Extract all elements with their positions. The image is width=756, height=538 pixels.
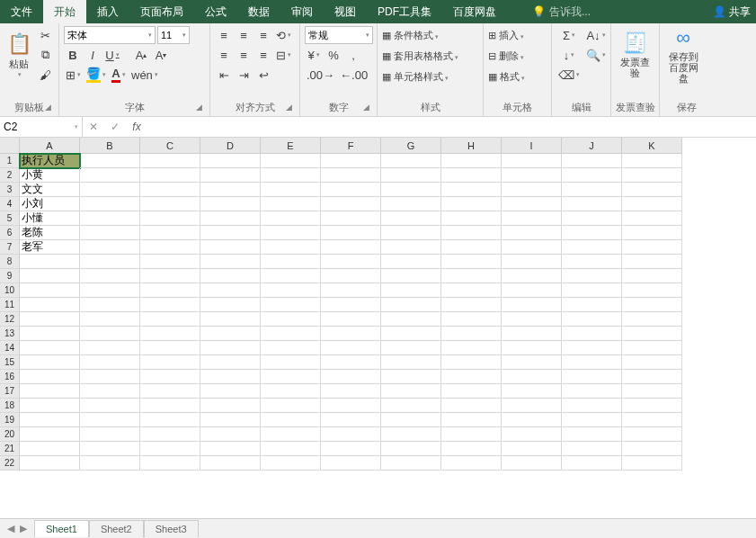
- cell[interactable]: [80, 255, 140, 269]
- cell[interactable]: [381, 269, 441, 283]
- row-header[interactable]: 6: [0, 226, 20, 240]
- cell[interactable]: [261, 298, 321, 312]
- wrap-text-button[interactable]: ↩: [254, 66, 272, 84]
- cell[interactable]: [502, 384, 562, 399]
- cell[interactable]: [20, 269, 80, 283]
- cell[interactable]: [381, 384, 441, 399]
- row-header[interactable]: 2: [0, 168, 20, 183]
- cell[interactable]: [622, 355, 682, 370]
- align-right-button[interactable]: ≡: [254, 46, 272, 64]
- cell[interactable]: [80, 442, 140, 456]
- cell[interactable]: [200, 211, 261, 226]
- cancel-formula-button[interactable]: ✕: [83, 117, 104, 138]
- cell[interactable]: [502, 183, 562, 197]
- cell[interactable]: [140, 283, 200, 298]
- cell[interactable]: [140, 197, 200, 211]
- cell[interactable]: [562, 226, 622, 240]
- cell[interactable]: [441, 399, 502, 413]
- indent-inc-button[interactable]: ⇥: [235, 66, 253, 84]
- cell[interactable]: [321, 255, 381, 269]
- cell[interactable]: [20, 312, 80, 327]
- tab-data[interactable]: 数据: [237, 0, 280, 23]
- row-header[interactable]: 22: [0, 456, 20, 471]
- row-header[interactable]: 9: [0, 269, 20, 283]
- column-header[interactable]: D: [200, 138, 261, 154]
- format-painter-button[interactable]: 🖌: [36, 66, 54, 84]
- cell[interactable]: [562, 456, 622, 471]
- select-all-corner[interactable]: [0, 138, 20, 154]
- cell[interactable]: [562, 154, 622, 168]
- cell[interactable]: 老陈: [20, 226, 80, 240]
- cell[interactable]: [200, 154, 261, 168]
- cell[interactable]: [20, 427, 80, 442]
- font-name-select[interactable]: 宋体: [64, 26, 156, 44]
- invoice-check-button[interactable]: 🧾 发票查验: [616, 26, 654, 84]
- cell[interactable]: [502, 298, 562, 312]
- cell[interactable]: [321, 183, 381, 197]
- cell[interactable]: [321, 370, 381, 384]
- cell[interactable]: [441, 255, 502, 269]
- cell[interactable]: [321, 442, 381, 456]
- cell[interactable]: [441, 183, 502, 197]
- cell[interactable]: [200, 427, 261, 442]
- cell[interactable]: [261, 442, 321, 456]
- bold-button[interactable]: B: [64, 46, 82, 64]
- cell[interactable]: [140, 154, 200, 168]
- paste-button[interactable]: 📋 粘贴: [4, 26, 33, 84]
- column-header[interactable]: F: [321, 138, 381, 154]
- cell[interactable]: [321, 427, 381, 442]
- cell[interactable]: [261, 240, 321, 255]
- cell[interactable]: [441, 312, 502, 327]
- font-launcher[interactable]: ◢: [196, 103, 207, 113]
- cell[interactable]: [502, 456, 562, 471]
- cell[interactable]: [562, 370, 622, 384]
- cell[interactable]: [80, 384, 140, 399]
- delete-cells-button[interactable]: ⊟删除: [488, 47, 525, 66]
- cell[interactable]: [261, 312, 321, 327]
- column-header[interactable]: E: [261, 138, 321, 154]
- cell[interactable]: [321, 456, 381, 471]
- row-header[interactable]: 21: [0, 442, 20, 456]
- cell[interactable]: [381, 154, 441, 168]
- cell[interactable]: [502, 283, 562, 298]
- cell[interactable]: [140, 240, 200, 255]
- font-color-button[interactable]: A: [110, 66, 128, 84]
- cell[interactable]: [622, 197, 682, 211]
- cell[interactable]: [381, 298, 441, 312]
- cell[interactable]: [622, 341, 682, 355]
- cell[interactable]: [622, 427, 682, 442]
- cell[interactable]: [80, 427, 140, 442]
- cell[interactable]: [381, 456, 441, 471]
- save-baidu-button[interactable]: ∞ 保存到百度网盘: [664, 26, 702, 84]
- sheet-nav-next[interactable]: ▶: [20, 523, 27, 534]
- cell[interactable]: [321, 327, 381, 341]
- tab-pdf[interactable]: PDF工具集: [367, 0, 442, 23]
- row-header[interactable]: 18: [0, 399, 20, 413]
- cell[interactable]: [381, 442, 441, 456]
- cell[interactable]: [441, 168, 502, 183]
- cell[interactable]: [200, 370, 261, 384]
- cell[interactable]: [441, 442, 502, 456]
- row-header[interactable]: 1: [0, 154, 20, 168]
- cell[interactable]: [441, 226, 502, 240]
- cell[interactable]: [200, 298, 261, 312]
- merge-button[interactable]: ⊟: [274, 46, 293, 64]
- cell[interactable]: [381, 312, 441, 327]
- cell[interactable]: [622, 226, 682, 240]
- tab-review[interactable]: 审阅: [280, 0, 324, 23]
- cell[interactable]: [562, 255, 622, 269]
- column-header[interactable]: G: [381, 138, 441, 154]
- cell[interactable]: [562, 413, 622, 427]
- cell[interactable]: [20, 370, 80, 384]
- cell[interactable]: [562, 183, 622, 197]
- cell[interactable]: [441, 341, 502, 355]
- cell[interactable]: 执行人员: [20, 154, 80, 168]
- cell[interactable]: [502, 355, 562, 370]
- cell[interactable]: [562, 211, 622, 226]
- align-middle-button[interactable]: ≡: [235, 26, 253, 44]
- cell[interactable]: [20, 255, 80, 269]
- cell[interactable]: [20, 298, 80, 312]
- tab-file[interactable]: 文件: [0, 0, 43, 23]
- cell[interactable]: [502, 312, 562, 327]
- cell[interactable]: [80, 240, 140, 255]
